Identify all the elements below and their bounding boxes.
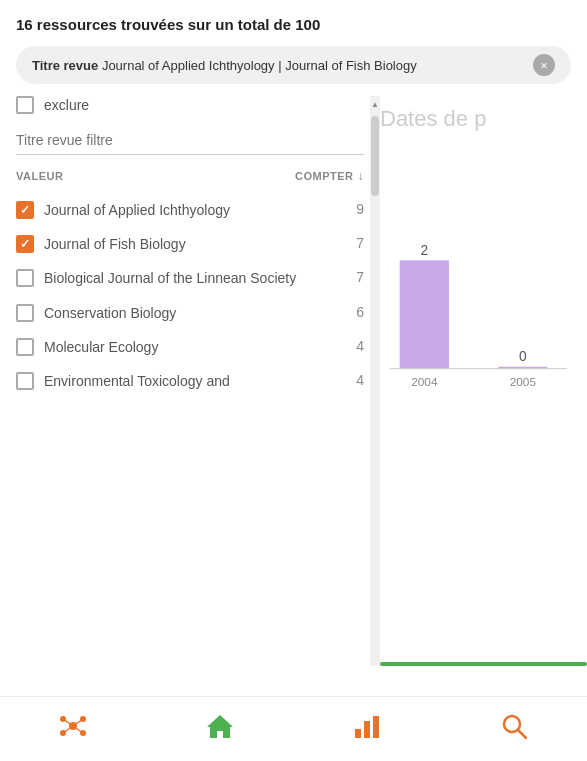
sort-icon[interactable]: ↓	[358, 169, 365, 183]
svg-marker-9	[207, 715, 233, 738]
item-count-5: 4	[344, 372, 364, 388]
filter-tag-close-button[interactable]: ×	[533, 54, 555, 76]
exclude-row: exclure	[16, 96, 364, 114]
svg-rect-12	[373, 716, 379, 738]
bar-chart-icon-svg	[352, 711, 382, 741]
table-header: VALEUR COMPTER ↓	[16, 165, 364, 187]
item-checkbox-2[interactable]	[16, 269, 34, 287]
item-checkbox-4[interactable]	[16, 338, 34, 356]
item-checkbox-3[interactable]	[16, 304, 34, 322]
main-content: ▲ exclure VALEUR COMPTER ↓ Journal of Ap…	[0, 96, 587, 666]
results-count: 16 ressources trouvées sur un total de 1…	[16, 16, 320, 33]
header: 16 ressources trouvées sur un total de 1…	[0, 0, 587, 46]
filter-tag-value: Journal of Applied Ichthyology | Journal…	[102, 58, 417, 73]
search-icon-svg	[499, 711, 529, 741]
scroll-thumb[interactable]	[371, 116, 379, 196]
right-panel: Dates de p 2 0 2004 2005	[380, 96, 587, 666]
nav-item-home[interactable]	[189, 705, 251, 754]
exclude-checkbox[interactable]	[16, 96, 34, 114]
item-checkbox-1[interactable]	[16, 235, 34, 253]
svg-rect-10	[355, 729, 361, 738]
scrollbar-track[interactable]: ▲	[370, 96, 380, 666]
bar-chart-icon	[352, 711, 382, 748]
chart-title: Dates de p	[380, 106, 577, 132]
list-item[interactable]: Journal of Applied Ichthyology 9	[16, 193, 364, 227]
nav-item-chart[interactable]	[336, 705, 398, 754]
molecule-icon	[58, 711, 88, 741]
filter-input[interactable]	[16, 126, 364, 155]
item-label-0: Journal of Applied Ichthyology	[44, 201, 336, 219]
col-compter-header: COMPTER ↓	[295, 169, 364, 183]
home-icon	[205, 711, 235, 748]
item-label-5: Environmental Toxicology and	[44, 372, 336, 390]
item-count-4: 4	[344, 338, 364, 354]
x-label-2004: 2004	[411, 375, 438, 389]
list-item[interactable]: Conservation Biology 6	[16, 296, 364, 330]
active-filter-tag: Titre revue Journal of Applied Ichthyolo…	[16, 46, 571, 84]
list-item[interactable]: Environmental Toxicology and 4	[16, 364, 364, 398]
filter-tag-text: Titre revue Journal of Applied Ichthyolo…	[32, 58, 525, 73]
item-label-1: Journal of Fish Biology	[44, 235, 336, 253]
item-label-3: Conservation Biology	[44, 304, 336, 322]
bar-label-2005: 0	[519, 349, 527, 364]
col-valeur-header: VALEUR	[16, 170, 63, 182]
item-label-2: Biological Journal of the Linnean Societ…	[44, 269, 336, 287]
left-panel: ▲ exclure VALEUR COMPTER ↓ Journal of Ap…	[0, 96, 380, 666]
list-item[interactable]: Journal of Fish Biology 7	[16, 227, 364, 261]
bottom-nav	[0, 696, 587, 761]
svg-line-14	[518, 730, 526, 738]
filter-list: Journal of Applied Ichthyology 9 Journal…	[16, 193, 364, 398]
item-count-1: 7	[344, 235, 364, 251]
filter-tag-label: Titre revue	[32, 58, 98, 73]
list-item[interactable]: Molecular Ecology 4	[16, 330, 364, 364]
network-icon	[58, 711, 88, 748]
chart-bottom-bar	[380, 662, 587, 666]
search-icon	[499, 711, 529, 748]
item-label-4: Molecular Ecology	[44, 338, 336, 356]
exclude-label: exclure	[44, 97, 89, 113]
bar-label-2004: 2	[420, 243, 428, 258]
list-item[interactable]: Biological Journal of the Linnean Societ…	[16, 261, 364, 295]
item-checkbox-5[interactable]	[16, 372, 34, 390]
item-checkbox-0[interactable]	[16, 201, 34, 219]
nav-item-search[interactable]	[483, 705, 545, 754]
chart-area: 2 0 2004 2005	[380, 152, 577, 432]
bar-2004	[400, 260, 449, 368]
item-count-2: 7	[344, 269, 364, 285]
chart-svg: 2 0 2004 2005	[380, 152, 577, 432]
x-label-2005: 2005	[510, 375, 537, 389]
item-count-3: 6	[344, 304, 364, 320]
home-icon-svg	[205, 711, 235, 741]
nav-item-network[interactable]	[42, 705, 104, 754]
svg-rect-11	[364, 721, 370, 738]
scroll-up-arrow[interactable]: ▲	[370, 96, 380, 112]
item-count-0: 9	[344, 201, 364, 217]
